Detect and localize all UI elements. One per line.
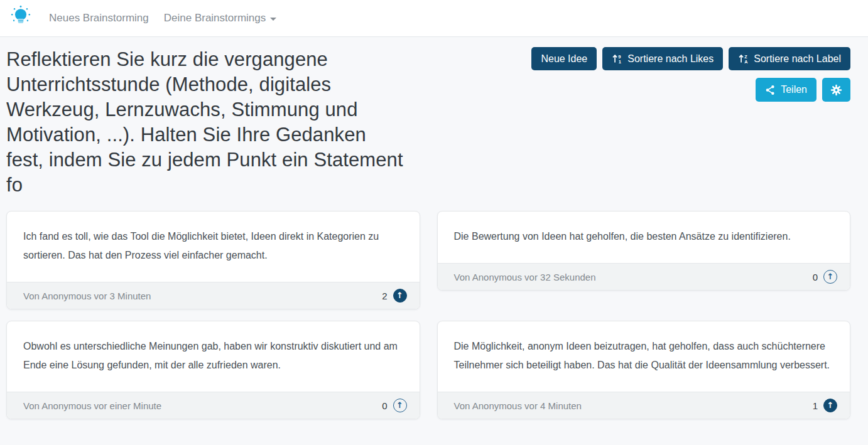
toolbar-row-secondary: Teilen: [756, 78, 850, 102]
idea-text: Die Bewertung von Ideen hat geholfen, di…: [438, 212, 850, 263]
main-content: Reflektieren Sie kurz die vergangene Unt…: [0, 37, 868, 419]
up-arrow-icon: ↑: [396, 401, 403, 409]
idea-card[interactable]: Ich fand es toll, wie das Tool die Mögli…: [6, 211, 420, 309]
idea-author: Von Anonymous vor einer Minute: [23, 400, 161, 411]
lightbulb-icon: [9, 4, 33, 32]
idea-author: Von Anonymous vor 4 Minuten: [454, 400, 582, 411]
like-area: 0 ↑: [382, 399, 406, 412]
caret-down-icon: [270, 18, 276, 21]
like-button[interactable]: ↑: [393, 399, 407, 412]
idea-footer: Von Anonymous vor 4 Minuten 1 ↑: [438, 392, 850, 419]
like-count: 1: [813, 400, 818, 411]
sort-numeric-icon: 9 1: [612, 53, 622, 64]
like-button[interactable]: ↑: [823, 270, 837, 284]
idea-footer: Von Anonymous vor einer Minute 0 ↑: [7, 392, 420, 419]
svg-text:A: A: [744, 59, 748, 64]
sort-likes-label: Sortiere nach Likes: [627, 53, 713, 65]
share-icon: [765, 85, 776, 95]
sort-label-label: Sortiere nach Label: [754, 53, 841, 65]
nav-link-deine-brainstormings[interactable]: Deine Brainstormings: [164, 12, 277, 24]
idea-card[interactable]: Die Möglichkeit, anonym Ideen beizutrage…: [437, 321, 851, 419]
idea-card[interactable]: Die Bewertung von Ideen hat geholfen, di…: [437, 211, 851, 291]
like-area: 0 ↑: [813, 270, 837, 284]
share-button[interactable]: Teilen: [756, 78, 816, 102]
page-title: Reflektieren Sie kurz die vergangene Unt…: [6, 47, 403, 198]
nav-link-label: Neues Brainstorming: [49, 12, 149, 24]
header-row: Reflektieren Sie kurz die vergangene Unt…: [6, 47, 850, 198]
idea-text: Ich fand es toll, wie das Tool die Mögli…: [7, 212, 420, 282]
new-idea-label: Neue Idee: [541, 53, 587, 65]
like-count: 0: [813, 272, 818, 282]
like-count: 2: [382, 291, 387, 301]
nav-link-neues-brainstorming[interactable]: Neues Brainstorming: [49, 12, 149, 24]
up-arrow-icon: ↑: [396, 291, 403, 299]
idea-author: Von Anonymous vor 32 Sekunden: [454, 272, 596, 282]
idea-footer: Von Anonymous vor 3 Minuten 2 ↑: [7, 282, 420, 309]
like-button[interactable]: ↑: [823, 399, 837, 412]
settings-button[interactable]: [822, 78, 850, 102]
idea-author: Von Anonymous vor 3 Minuten: [23, 291, 151, 301]
idea-text: Obwohl es unterschiedliche Meinungen gab…: [7, 321, 420, 392]
navbar: Neues Brainstorming Deine Brainstormings: [0, 0, 868, 37]
idea-footer: Von Anonymous vor 32 Sekunden 0 ↑: [438, 263, 850, 290]
new-idea-button[interactable]: Neue Idee: [531, 47, 597, 70]
brand-logo[interactable]: [9, 4, 33, 32]
nav-link-label: Deine Brainstormings: [164, 12, 266, 24]
sort-alpha-icon: Z A: [738, 53, 749, 64]
gear-icon: [830, 84, 842, 96]
like-area: 1 ↑: [813, 399, 837, 412]
like-area: 2 ↑: [382, 289, 406, 303]
toolbar: Neue Idee 9 1 Sortiere nach Likes: [531, 47, 850, 102]
svg-text:1: 1: [619, 59, 622, 64]
toolbar-row-primary: Neue Idee 9 1 Sortiere nach Likes: [531, 47, 850, 70]
like-count: 0: [382, 400, 387, 411]
up-arrow-icon: ↑: [827, 272, 834, 281]
idea-text: Die Möglichkeit, anonym Ideen beizutrage…: [438, 321, 850, 392]
share-label: Teilen: [781, 84, 807, 95]
idea-card[interactable]: Obwohl es unterschiedliche Meinungen gab…: [6, 321, 420, 419]
like-button[interactable]: ↑: [393, 289, 407, 303]
idea-grid: Ich fand es toll, wie das Tool die Mögli…: [6, 211, 850, 419]
up-arrow-icon: ↑: [827, 401, 834, 409]
sort-likes-button[interactable]: 9 1 Sortiere nach Likes: [602, 47, 723, 70]
sort-label-button[interactable]: Z A Sortiere nach Label: [729, 47, 850, 70]
